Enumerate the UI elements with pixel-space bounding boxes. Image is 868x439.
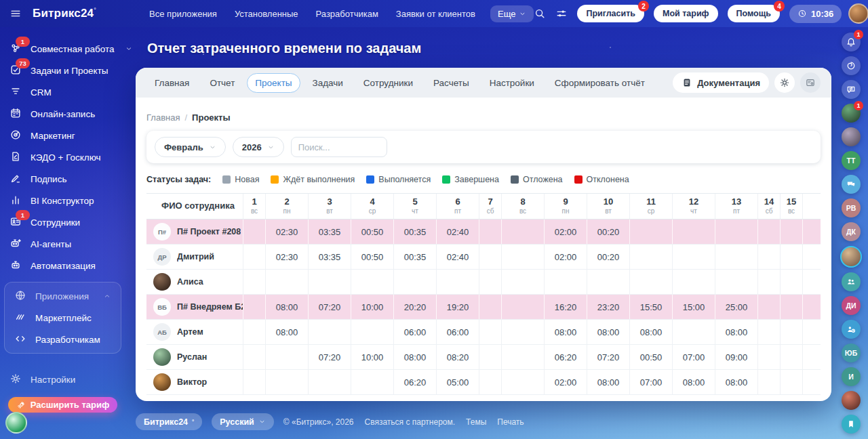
breadcrumb-root[interactable]: Главная xyxy=(146,112,180,123)
time-cell[interactable]: 08:00 xyxy=(673,370,715,394)
sliders-icon[interactable] xyxy=(555,7,568,20)
rail-avatar[interactable] xyxy=(842,391,861,410)
rail-chat-ЮБ[interactable]: ЮБ xyxy=(842,343,861,362)
employee-name-cell[interactable]: АБАртем xyxy=(146,320,243,344)
time-cell[interactable]: 09:00 xyxy=(715,345,758,369)
time-cell[interactable]: 08:00 xyxy=(715,370,758,394)
time-cell[interactable]: 02:40 xyxy=(437,245,479,269)
sidebar-item-id-card[interactable]: 1Сотрудники xyxy=(0,211,125,233)
tab-Задачи[interactable]: Задачи xyxy=(304,73,351,93)
time-cell[interactable]: 00:35 xyxy=(394,220,437,244)
rail-chat-ДИ[interactable]: ДИ xyxy=(842,296,861,315)
employee-row[interactable]: ДРДмитрий02:3003:3500:5000:3502:4002:000… xyxy=(146,245,821,270)
sidebar-item-marketplace[interactable]: Маркетплейс xyxy=(5,307,121,329)
rail-person-clock-icon[interactable] xyxy=(842,320,861,339)
time-cell[interactable]: 00:50 xyxy=(630,345,673,369)
language-select[interactable]: Русский xyxy=(212,413,274,430)
tab-Главная[interactable]: Главная xyxy=(146,73,197,93)
rail-copilot-icon[interactable] xyxy=(842,56,861,75)
sidebar-item-chart[interactable]: BI Конструктор xyxy=(0,190,125,211)
time-cell[interactable]: 07:20 xyxy=(309,345,351,369)
sidebar-item-pen[interactable]: Подпись xyxy=(0,168,125,190)
tab-Проекты[interactable]: Проекты xyxy=(247,73,300,93)
time-cell[interactable]: 00:50 xyxy=(351,245,394,269)
employee-name-cell[interactable]: ДРДмитрий xyxy=(146,245,243,269)
time-cell[interactable]: 05:00 xyxy=(437,370,479,394)
tab-Настройки[interactable]: Настройки xyxy=(481,73,542,93)
hamburger-menu-icon[interactable] xyxy=(9,7,22,20)
time-cell[interactable]: 06:20 xyxy=(394,370,437,394)
sidebar-item-people[interactable]: 1Совместная работа xyxy=(0,38,125,60)
support-widget[interactable] xyxy=(5,412,27,434)
time-cell[interactable]: 15:00 xyxy=(673,295,715,319)
time-cell[interactable]: 08:00 xyxy=(394,345,437,369)
time-cell[interactable]: 00:35 xyxy=(394,245,437,269)
sidebar-group-apps[interactable]: Приложения xyxy=(5,285,121,307)
rail-bell-icon[interactable]: 1 xyxy=(842,33,861,51)
time-cell[interactable]: 07:00 xyxy=(673,345,715,369)
time-cell[interactable]: 06:20 xyxy=(545,345,587,369)
project-row[interactable]: ВБП# Внедряем Б2408:0007:2010:0020:2019:… xyxy=(146,295,821,320)
rail-people-group-icon[interactable] xyxy=(842,272,861,291)
user-avatar[interactable] xyxy=(848,3,868,24)
time-cell[interactable]: 25:00 xyxy=(715,295,758,319)
sidebar-item-calendar[interactable]: Онлайн-запись xyxy=(0,103,125,125)
tab-Сотрудники[interactable]: Сотрудники xyxy=(355,73,421,93)
time-cell[interactable]: 07:00 xyxy=(630,370,673,394)
time-cell[interactable]: 16:20 xyxy=(545,295,587,319)
employee-row[interactable]: АБАртем08:0006:0006:0008:0008:0008:0008:… xyxy=(146,320,821,345)
time-cell[interactable]: 08:00 xyxy=(715,320,758,344)
time-cell[interactable]: 08:00 xyxy=(587,320,630,344)
time-cell[interactable]: 02:30 xyxy=(266,245,309,269)
rail-chat-ДК[interactable]: ДК xyxy=(842,222,861,241)
topbar-menu-item[interactable]: Разработчикам xyxy=(316,9,378,19)
time-cell[interactable]: 02:30 xyxy=(266,220,309,244)
search-icon[interactable] xyxy=(534,7,546,20)
rail-bookmark-icon[interactable] xyxy=(842,415,861,434)
documentation-button[interactable]: Документация xyxy=(673,72,769,93)
time-cell[interactable]: 00:50 xyxy=(351,220,394,244)
employee-name-cell[interactable]: Алиса xyxy=(146,270,243,294)
sidebar-item-tasks[interactable]: 73Задачи и Проекты xyxy=(0,60,125,81)
time-cell[interactable]: 07:20 xyxy=(309,295,351,319)
time-cell[interactable]: 20:20 xyxy=(394,295,437,319)
month-select[interactable]: Февраль xyxy=(155,137,226,157)
rail-avatar[interactable] xyxy=(840,246,862,268)
rail-avatar[interactable] xyxy=(842,127,861,146)
tab-Отчет[interactable]: Отчет xyxy=(201,73,243,93)
project-name-cell[interactable]: П#П# Проект #208 xyxy=(146,220,243,244)
time-cell[interactable]: 02:00 xyxy=(545,220,587,244)
footer-link[interactable]: Темы xyxy=(466,417,486,427)
rail-avatar[interactable]: 1 xyxy=(842,104,861,123)
time-cell[interactable]: 08:00 xyxy=(545,320,587,344)
time-cell[interactable]: 08:20 xyxy=(437,345,479,369)
time-cell[interactable]: 10:00 xyxy=(351,345,394,369)
employee-row[interactable]: Виктор06:2005:0002:0008:0007:0008:0008:0… xyxy=(146,370,821,395)
sidebar-item-settings[interactable]: Настройки xyxy=(0,369,125,390)
topbar-menu-item[interactable]: Заявки от клиентов xyxy=(396,9,475,19)
tariff-button[interactable]: Мой тариф xyxy=(654,5,718,22)
project-name-cell[interactable]: ВБП# Внедряем Б24 xyxy=(146,295,243,319)
topbar-menu-item[interactable]: Установленные xyxy=(235,9,298,19)
topbar-menu-item[interactable]: Все приложения xyxy=(149,9,217,19)
sidebar-item-target[interactable]: Маркетинг xyxy=(0,125,125,146)
rail-chat-sync-icon[interactable] xyxy=(842,80,861,99)
footer-brand-button[interactable]: Битрикс24° xyxy=(136,413,202,430)
upgrade-tariff-button[interactable]: Расширить тариф xyxy=(8,397,117,413)
time-cell[interactable]: 02:40 xyxy=(437,220,479,244)
time-cell[interactable]: 00:20 xyxy=(587,245,630,269)
employee-row[interactable]: Алиса xyxy=(146,270,821,295)
sidebar-item-ai[interactable]: AI-агенты xyxy=(0,233,125,255)
app-logo[interactable]: Битрикс24° xyxy=(33,7,96,20)
sidebar-item-funnel[interactable]: CRM xyxy=(0,81,125,103)
more-button[interactable]: Еще xyxy=(490,5,534,22)
worktime-widget[interactable]: 10:36 xyxy=(789,5,842,23)
footer-link[interactable]: Связаться с партнером. xyxy=(365,417,456,427)
time-cell[interactable]: 23:20 xyxy=(587,295,630,319)
theme-button[interactable] xyxy=(774,72,795,93)
sidebar-item-code[interactable]: Разработчикам xyxy=(5,329,121,350)
time-cell[interactable]: 19:20 xyxy=(437,295,479,319)
tab-Сформировать отчёт[interactable]: Сформировать отчёт xyxy=(547,73,653,93)
time-cell[interactable]: 06:00 xyxy=(437,320,479,344)
time-cell[interactable]: 08:00 xyxy=(630,320,673,344)
